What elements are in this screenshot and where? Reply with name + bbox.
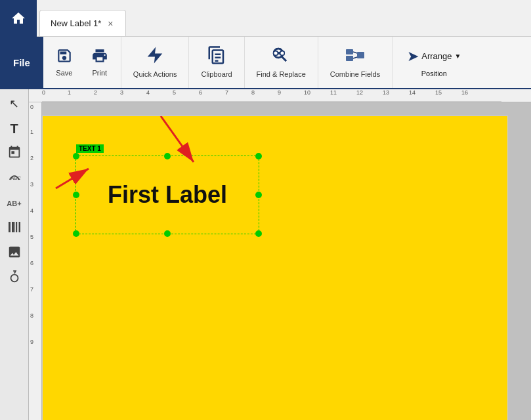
quick-actions-label: Quick Actions bbox=[133, 70, 177, 79]
svg-line-15 bbox=[353, 52, 357, 53]
image-tool-button[interactable] bbox=[3, 242, 26, 265]
save-group: Save Print bbox=[43, 37, 121, 88]
home-button[interactable] bbox=[0, 0, 37, 37]
combine-fields-icon bbox=[345, 45, 366, 68]
clipboard-icon bbox=[207, 45, 226, 68]
svg-rect-19 bbox=[11, 222, 11, 232]
file-label: File bbox=[13, 57, 30, 68]
position-label: Position bbox=[421, 70, 447, 77]
counter-icon: AB+ bbox=[7, 200, 21, 207]
svg-line-6 bbox=[282, 56, 286, 61]
curve-tool-button[interactable]: ABC bbox=[3, 167, 26, 190]
select-icon: ↖ bbox=[9, 96, 19, 111]
quick-actions-button[interactable]: Quick Actions bbox=[127, 41, 184, 83]
svg-point-11 bbox=[281, 52, 284, 55]
find-replace-group: Find & Replace bbox=[245, 37, 318, 88]
svg-rect-9 bbox=[278, 52, 280, 54]
ruler-left: 0 1 2 3 4 5 6 7 8 9 bbox=[29, 102, 42, 420]
text-icon: T bbox=[10, 121, 18, 136]
svg-rect-0 bbox=[215, 54, 221, 56]
clipboard-button[interactable]: Clipboard bbox=[194, 41, 238, 83]
find-replace-button[interactable]: Find & Replace bbox=[250, 41, 312, 83]
quick-actions-icon bbox=[145, 45, 165, 68]
title-bar: New Label 1* × bbox=[0, 0, 531, 37]
save-icon bbox=[56, 47, 73, 67]
print-label: Print bbox=[93, 69, 108, 77]
svg-rect-2 bbox=[215, 60, 219, 62]
quick-actions-group: Quick Actions bbox=[121, 37, 190, 88]
svg-rect-24 bbox=[19, 222, 20, 232]
svg-line-16 bbox=[353, 57, 357, 58]
calendar-icon bbox=[7, 145, 22, 162]
print-icon bbox=[91, 47, 108, 67]
text-element-tag: TEXT 1 bbox=[76, 144, 104, 153]
find-replace-label: Find & Replace bbox=[257, 70, 306, 79]
arrange-label: Arrange bbox=[421, 51, 452, 61]
arrange-group: ➤ Arrange ▼ Position bbox=[393, 37, 475, 88]
arrange-button[interactable]: ➤ Arrange ▼ Position bbox=[398, 44, 470, 81]
ribbon: File Save Print bbox=[0, 37, 531, 89]
barcode-icon bbox=[7, 220, 22, 238]
main-content: ↖ T ABC AB+ bbox=[0, 89, 531, 420]
svg-rect-13 bbox=[346, 56, 353, 61]
tab-close-button[interactable]: × bbox=[106, 17, 114, 30]
left-toolbar: ↖ T ABC AB+ bbox=[0, 89, 29, 420]
svg-rect-22 bbox=[16, 222, 17, 232]
print-button[interactable]: Print bbox=[84, 43, 116, 81]
text-element[interactable]: TEXT 1 First Label bbox=[75, 156, 259, 234]
svg-point-10 bbox=[274, 52, 278, 55]
file-button[interactable]: File bbox=[0, 37, 43, 88]
svg-rect-12 bbox=[346, 49, 353, 54]
label-canvas[interactable]: TEXT 1 First Label bbox=[42, 116, 508, 420]
svg-rect-23 bbox=[18, 222, 18, 232]
calendar-tool-button[interactable] bbox=[3, 142, 26, 165]
find-replace-icon bbox=[270, 45, 291, 68]
combine-fields-group: Combine Fields bbox=[318, 37, 393, 88]
curve-icon: ABC bbox=[7, 170, 22, 187]
arrange-icon: ➤ bbox=[407, 48, 419, 65]
svg-rect-14 bbox=[357, 52, 364, 58]
tab-area: New Label 1* × bbox=[37, 0, 126, 36]
counter-tool-button[interactable]: AB+ bbox=[3, 192, 26, 215]
clipboard-label: Clipboard bbox=[201, 70, 232, 79]
svg-text:ABC: ABC bbox=[10, 175, 21, 181]
tab-label: New Label 1* bbox=[51, 18, 101, 28]
combine-fields-button[interactable]: Combine Fields bbox=[324, 41, 387, 83]
save-button[interactable]: Save bbox=[49, 43, 80, 81]
text-tool-button[interactable]: T bbox=[3, 117, 26, 140]
save-label: Save bbox=[56, 69, 72, 77]
image-icon bbox=[7, 245, 22, 262]
document-tab[interactable]: New Label 1* × bbox=[39, 10, 126, 36]
svg-rect-18 bbox=[9, 222, 10, 232]
combine-fields-label: Combine Fields bbox=[330, 70, 380, 79]
select-tool-button[interactable]: ↖ bbox=[3, 92, 26, 116]
barcode-tool-button[interactable] bbox=[3, 217, 26, 240]
svg-point-25 bbox=[11, 274, 18, 282]
shape-tool-button[interactable] bbox=[3, 266, 26, 290]
clipboard-group: Clipboard bbox=[189, 37, 244, 88]
first-label-text: First Label bbox=[76, 156, 259, 234]
ruler-top: /* ruler ticks rendered below */ 0 1 2 3… bbox=[29, 89, 531, 102]
svg-rect-1 bbox=[215, 57, 221, 59]
shape-icon bbox=[7, 270, 22, 287]
canvas-wrapper[interactable]: /* ruler ticks rendered below */ 0 1 2 3… bbox=[29, 89, 531, 420]
svg-rect-20 bbox=[12, 222, 14, 232]
arrange-dropdown-icon: ▼ bbox=[454, 52, 461, 60]
svg-rect-21 bbox=[14, 222, 15, 232]
